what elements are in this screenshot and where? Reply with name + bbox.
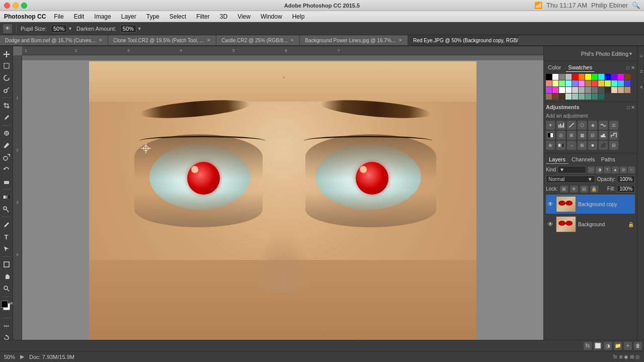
lasso-tool[interactable] xyxy=(1,72,12,83)
swatch-43[interactable] xyxy=(572,94,578,100)
fx-button[interactable]: fx xyxy=(584,342,592,350)
solidcol-adj[interactable]: ■ xyxy=(588,141,597,150)
new-layer-button[interactable]: + xyxy=(624,342,632,350)
menu-edit[interactable]: Edit xyxy=(72,13,87,21)
side-adjust-icon[interactable]: A xyxy=(638,79,644,95)
text-tool[interactable]: T xyxy=(1,231,12,242)
menu-window[interactable]: Window xyxy=(259,13,284,21)
canvas-image[interactable] xyxy=(22,60,543,351)
adjustments-expand-icon[interactable]: □ xyxy=(627,105,630,110)
swatch-16[interactable] xyxy=(566,80,572,86)
tab-clone-tool[interactable]: Clone Tool.CR2 @ 19.5% (Patch Tool, ... … xyxy=(108,35,216,45)
swatch-7[interactable] xyxy=(592,74,598,80)
filter-shape-icon[interactable]: ▲ xyxy=(612,166,619,173)
healing-brush-tool[interactable] xyxy=(1,128,12,139)
tab-channels[interactable]: Channels xyxy=(569,155,598,164)
channelmixer-adj[interactable]: ⊞ xyxy=(567,131,576,140)
layer-vis-bg-copy[interactable]: 👁 xyxy=(547,201,554,208)
swatch-46[interactable] xyxy=(592,94,598,100)
swatch-15[interactable] xyxy=(559,80,565,86)
swatch-25[interactable] xyxy=(624,80,630,86)
pen-tool[interactable] xyxy=(1,219,12,230)
foreground-color[interactable] xyxy=(1,301,8,308)
swatch-32[interactable] xyxy=(585,87,591,93)
filter-toggle[interactable]: ○ xyxy=(628,166,635,173)
clone-stamp-tool[interactable] xyxy=(1,152,12,163)
swatch-17[interactable] xyxy=(572,80,578,86)
gradient-tool[interactable] xyxy=(1,192,12,203)
vibrance2-adj[interactable]: ⬦ xyxy=(567,141,576,150)
tab-dodge-burn-close[interactable]: ✕ xyxy=(99,38,103,43)
brightness-contrast-adj[interactable]: ☀ xyxy=(546,121,555,130)
history-brush-tool[interactable] xyxy=(1,164,12,175)
swatch-33[interactable] xyxy=(592,87,598,93)
swatch-13[interactable] xyxy=(546,80,552,86)
curves-adj[interactable] xyxy=(567,121,576,130)
gradientmap-adj[interactable] xyxy=(556,141,566,150)
menu-layer[interactable]: Layer xyxy=(119,13,138,21)
swatch-40[interactable] xyxy=(552,94,558,100)
eraser-tool[interactable] xyxy=(1,176,12,187)
shape-tool[interactable] xyxy=(1,259,12,270)
panel-expand-icon[interactable]: □ xyxy=(626,65,629,70)
swatch-41[interactable] xyxy=(559,94,565,100)
vibrance-adj[interactable]: ◈ xyxy=(588,121,597,130)
filter-smart-icon[interactable]: ◎ xyxy=(620,166,627,173)
crop-tool[interactable] xyxy=(1,100,12,111)
colorbalance-adj[interactable]: ⚖ xyxy=(609,121,618,130)
red-eye-tool-icon[interactable]: 👁 xyxy=(3,24,12,33)
fill-value[interactable]: 100% xyxy=(617,185,635,193)
swatch-12[interactable] xyxy=(624,74,630,80)
pupil-size-dropdown[interactable]: 50% ▼ xyxy=(51,25,72,33)
lock-checkerboard[interactable]: ⊞ xyxy=(560,186,568,193)
levels-adj[interactable] xyxy=(556,121,566,130)
close-button[interactable] xyxy=(4,3,10,9)
darken-amount-dropdown[interactable]: 50% ▼ xyxy=(120,25,142,33)
marquee-tool[interactable] xyxy=(1,60,12,71)
menu-3d[interactable]: 3D xyxy=(218,13,229,21)
swatch-29[interactable] xyxy=(566,87,572,93)
filter-pixel-icon[interactable]: □ xyxy=(588,166,595,173)
swatch-47[interactable] xyxy=(598,94,604,100)
swatch-8[interactable] xyxy=(598,74,604,80)
swatch-26[interactable] xyxy=(546,87,552,93)
minimize-button[interactable] xyxy=(13,3,19,9)
swatch-38[interactable] xyxy=(624,87,630,93)
panel-close-icon[interactable]: ✕ xyxy=(631,65,635,70)
gradient-adj[interactable]: ⬛ xyxy=(599,141,608,150)
delete-layer-button[interactable]: 🗑 xyxy=(634,342,637,350)
zoom-tool[interactable] xyxy=(1,283,12,294)
tab-castle[interactable]: Castle.CR2 @ 25% (RGB/8... ✕ xyxy=(216,35,300,45)
swatch-14[interactable] xyxy=(552,80,558,86)
swatch-31[interactable] xyxy=(579,87,585,93)
swatch-6[interactable] xyxy=(585,74,591,80)
swatch-4[interactable] xyxy=(572,74,578,80)
maximize-button[interactable] xyxy=(21,3,27,9)
color-swatches[interactable]: ⇄ xyxy=(0,301,13,316)
canvas-area[interactable]: 1 2 3 4 5 6 7 1 2 3 4 xyxy=(13,46,543,351)
workspace-selector[interactable]: Phil's Photo Editing ▼ xyxy=(544,46,637,61)
swatch-23[interactable] xyxy=(611,80,617,86)
side-color-icon[interactable]: C xyxy=(638,48,644,63)
swatch-24[interactable] xyxy=(618,80,624,86)
swatch-3[interactable] xyxy=(566,74,572,80)
layer-item-background-copy[interactable]: 👁 Background copy xyxy=(546,195,635,214)
add-mask-button[interactable]: ⬜ xyxy=(594,342,602,350)
tab-castle-close[interactable]: ✕ xyxy=(290,38,294,43)
side-history-icon[interactable]: H xyxy=(638,64,644,79)
pattern-adj[interactable]: ⊟ xyxy=(609,141,618,150)
swatch-35[interactable] xyxy=(605,87,611,93)
tab-swatches[interactable]: Swatches xyxy=(566,63,594,72)
menu-select[interactable]: Select xyxy=(168,13,188,21)
lock-all[interactable]: 🔒 xyxy=(590,186,598,193)
menu-filter[interactable]: Filter xyxy=(194,13,212,21)
new-group-button[interactable]: 📁 xyxy=(614,342,622,350)
selectivecol-adj[interactable]: ⊕ xyxy=(546,141,555,150)
swatch-1[interactable] xyxy=(552,74,558,80)
layer-vis-bg[interactable]: 👁 xyxy=(547,221,554,228)
swatch-36[interactable] xyxy=(611,87,617,93)
layer-item-background[interactable]: 👁 Background 🔒 xyxy=(546,215,635,234)
canvas-content[interactable] xyxy=(22,55,543,351)
swatch-27[interactable] xyxy=(552,87,558,93)
swatch-19[interactable] xyxy=(585,80,591,86)
